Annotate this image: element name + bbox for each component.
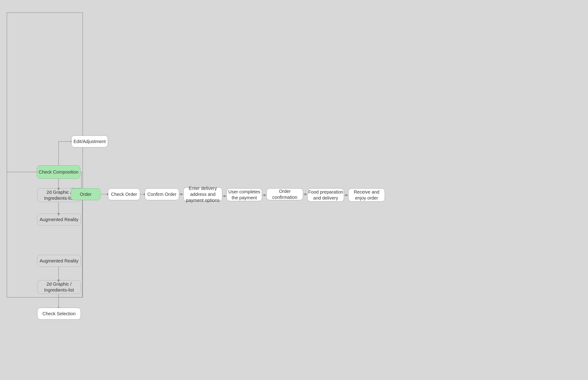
check-composition-node: Check Composition [37, 165, 80, 179]
check-selection-node: Check Selection [37, 308, 81, 320]
svg-marker-19 [224, 195, 226, 197]
augmented-reality-bottom-node: Augmented Reality [37, 255, 81, 267]
augmented-reality-top-node: Augmented Reality [37, 213, 81, 226]
svg-marker-25 [345, 194, 348, 196]
confirm-order-node: Confirm Order [145, 188, 179, 200]
svg-rect-0 [7, 13, 83, 297]
order-confirmation-node: Order confirmation [266, 188, 303, 200]
user-completes-node: User completes the payment [226, 188, 262, 201]
graphic-ingredients-bottom-node: 2d Graphic / Ingredients-list [37, 280, 81, 294]
receive-enjoy-node: Receive and enjoy order [348, 188, 385, 202]
edit-adjustment-node: Edit/Adjustment [71, 135, 108, 147]
svg-marker-23 [305, 193, 307, 195]
diagram-container: Check Composition Edit/Adjustment 2d Gra… [0, 0, 588, 380]
enter-delivery-node: Enter delivery address and payment optio… [183, 187, 222, 201]
food-preparation-node: Food preparation and delivery [307, 188, 344, 202]
check-order-node: Check Order [108, 188, 140, 200]
svg-marker-17 [180, 193, 183, 195]
order-node: Order [71, 188, 101, 200]
svg-marker-21 [264, 194, 266, 196]
